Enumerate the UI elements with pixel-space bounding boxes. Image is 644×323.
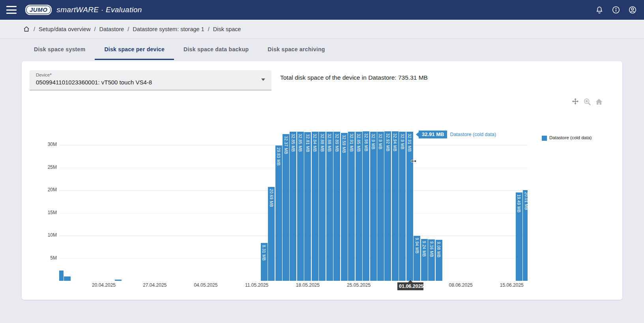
bar-32.89 MB[interactable] (333, 132, 340, 281)
bar-32.85 MB[interactable] (290, 132, 296, 281)
bar-value-label: 32.84 MB (313, 134, 317, 152)
y-axis-tick: 10M (33, 232, 57, 238)
x-axis-tick: 15.06.2025 (494, 282, 530, 288)
total-disk-space-text: Total disk space of the device in Datast… (280, 74, 428, 81)
info-icon[interactable] (612, 6, 620, 14)
legend-swatch (542, 136, 547, 141)
reset-axes-icon[interactable] (595, 97, 603, 106)
home-icon[interactable] (23, 26, 30, 33)
y-axis-tick: 15M (33, 210, 57, 215)
bar-32.85 MB[interactable] (356, 132, 362, 281)
notifications-icon[interactable] (595, 6, 604, 14)
bar-value-label: 19.49 MB (517, 194, 521, 213)
bar-value-label: 32.91 MB (407, 134, 412, 152)
hover-value: 32.91 MB (419, 131, 447, 138)
chevron-down-icon (261, 78, 265, 81)
bar-32.81 MB[interactable] (304, 132, 311, 281)
bar-chart-plot-area[interactable]: 8.31 MB20.69 MB29.83 MB32.37 MB32.85 MB3… (59, 114, 528, 281)
bar-32.88 MB[interactable] (319, 132, 326, 281)
bar-2.3[interactable] (59, 271, 64, 281)
x-axis-tick: 08.06.2025 (443, 282, 479, 288)
bar-value-label: 8.31 MB (262, 245, 266, 261)
tab-disk-space-per-device[interactable]: Disk space per device (95, 41, 174, 60)
pan-icon[interactable] (571, 97, 580, 106)
hover-tooltip: 32.91 MB Datastore (cold data) (416, 131, 496, 138)
bar-value-label: 32.37 MB (284, 136, 288, 154)
x-axis-tick: 18.05.2025 (290, 282, 326, 288)
bar-value-label: 9.24 MB (422, 241, 426, 257)
bar-value-label: 32.85 MB (291, 134, 295, 152)
bar-value-label: 32.88 MB (320, 134, 324, 152)
bar-value-label: 20.69 MB (269, 189, 273, 207)
bar-value-label: 29.83 MB (276, 147, 281, 166)
bar-value-label: 32.85 MB (298, 134, 302, 152)
bar-32.91 MB[interactable] (348, 132, 355, 281)
bar-32.9 MB[interactable] (370, 132, 377, 281)
zoom-box-icon[interactable] (583, 97, 592, 106)
top-app-bar: JUMO smartWARE · Evaluation (0, 0, 644, 20)
menu-icon[interactable] (6, 6, 17, 14)
bar-32.88 MB[interactable] (326, 132, 333, 281)
bar-32.91 MB[interactable] (406, 132, 413, 281)
y-axis-tick: 25M (33, 164, 57, 170)
bar-value-label: 9.94 MB (415, 238, 419, 254)
bar-value-label: 32.98 MB (364, 133, 368, 151)
breadcrumb-separator: / (94, 26, 95, 32)
bar-value-label: 32.88 MB (327, 134, 331, 152)
bar-value-label: 9.16 MB (429, 241, 434, 257)
chart-toolbar (571, 97, 603, 106)
bar-32.92 MB[interactable] (384, 131, 391, 281)
tab-bar: Disk space systemDisk space per deviceDi… (24, 41, 335, 60)
legend-item-datastore-cold-data[interactable]: Datastore (cold data) (542, 135, 592, 141)
bar-value-label: 32.85 MB (356, 134, 361, 152)
tab-disk-space-system[interactable]: Disk space system (24, 41, 95, 60)
legend-label: Datastore (cold data) (549, 135, 592, 140)
bar-value-label: 32.89 MB (335, 134, 339, 152)
tab-disk-space-archiving[interactable]: Disk space archiving (258, 41, 334, 60)
breadcrumb-item[interactable]: Datastore system: storage 1 (133, 26, 204, 32)
x-axis-tick: 04.05.2025 (188, 282, 223, 288)
disk-space-card: Device* 0509941101023360001: vT500 touch… (22, 61, 622, 300)
bar-value-label: 32.92 MB (386, 133, 390, 151)
bar-29.83 MB[interactable] (275, 146, 282, 281)
tab-disk-space-data-backup[interactable]: Disk space data backup (174, 41, 258, 60)
device-select-value: 0509941101023360001: vT500 touch VS4-8 (36, 79, 152, 86)
app-title: smartWARE · Evaluation (56, 6, 142, 14)
bar-32.9 MB[interactable] (377, 132, 384, 281)
bar-32.9 MB[interactable] (399, 132, 406, 281)
bar-0.3[interactable] (115, 280, 122, 281)
bar-value-label: 20.01 MB (524, 192, 528, 210)
breadcrumb-item[interactable]: Disk space (213, 26, 241, 32)
breadcrumb-separator: / (127, 26, 129, 32)
hover-series-name: Datastore (cold data) (450, 132, 496, 137)
x-axis-tick: 27.04.2025 (137, 282, 172, 288)
device-select[interactable]: Device* 0509941101023360001: vT500 touch… (30, 70, 271, 90)
jumo-logo-text: JUMO (30, 6, 47, 13)
bar-32.85 MB[interactable] (297, 132, 304, 281)
breadcrumb-item[interactable]: Datastore (99, 26, 124, 32)
bar-value-label: 32.9 MB (378, 134, 382, 149)
bar-32.37 MB[interactable] (283, 134, 289, 281)
bar-value-label: 32.81 MB (305, 134, 310, 152)
bar-value-label: 32.9 MB (371, 134, 375, 149)
jumo-logo: JUMO (25, 5, 52, 15)
device-select-label: Device* (36, 73, 52, 77)
breadcrumb-item[interactable]: Setup/data overview (39, 26, 90, 32)
bar-32.98 MB[interactable] (363, 131, 369, 281)
y-axis-tick: 5M (33, 255, 57, 261)
bar-value-label: 32.9 MB (400, 134, 404, 149)
breadcrumb-separator: / (34, 26, 35, 32)
y-axis-tick: 20M (33, 187, 57, 192)
date-tooltip: 01.06.2025 (397, 280, 423, 290)
bar-value-label: 32.94 MB (393, 133, 397, 151)
bar-1[interactable] (64, 276, 71, 281)
x-axis-tick: 20.04.2025 (86, 282, 122, 288)
bar-32.84 MB[interactable] (312, 132, 318, 281)
bar-value-label: 32.59 MB (342, 135, 346, 153)
bar-32.94 MB[interactable] (392, 131, 399, 281)
date-tooltip-text: 01.06.2025 (397, 282, 423, 290)
account-icon[interactable] (628, 6, 637, 14)
bar-value-label: 32.91 MB (349, 134, 354, 152)
bar-32.59 MB[interactable] (341, 133, 348, 281)
breadcrumb: /Setup/data overview/Datastore/Datastore… (0, 20, 644, 38)
